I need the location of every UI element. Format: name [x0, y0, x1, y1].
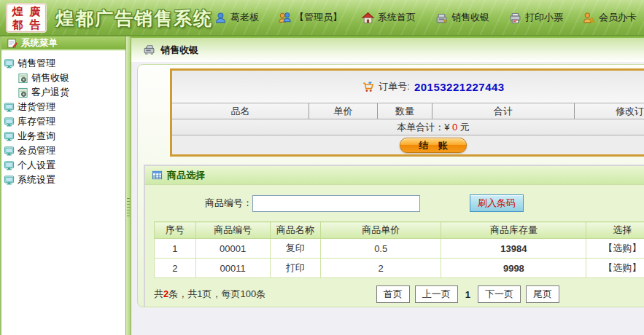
main-content: 销售收银 订单号: 20153221227443: [131, 36, 644, 335]
sidebar-item-sales-management[interactable]: 销售管理: [1, 56, 125, 71]
product-select-body: 商品编号： 刷入条码 序号 商品编号 商品名称 商品单价 商品库存量: [145, 185, 644, 307]
sidebar-item-customer-returns[interactable]: 客户退货: [1, 85, 125, 100]
sidebar-item-sales-cashier[interactable]: 销售收银: [1, 71, 125, 85]
product-select-window: 商品选择 商品编号： 刷入条码 序号 商品编号 商品名称: [144, 165, 644, 307]
product-select-header: 商品选择: [145, 166, 644, 185]
cashier-panel: 订单号: 20153221227443 品名 单价 数量 合计 修改订单 本单合…: [137, 64, 644, 307]
col-select: 选择: [586, 222, 644, 239]
product-table: 序号 商品编号 商品名称 商品单价 商品库存量 选择 1 00001 复印: [154, 221, 644, 278]
app-title: 煌都广告销售系统: [55, 7, 213, 31]
pagination: 共2条，共1页，每页100条 首页 上一页 1 下一页 尾页: [154, 285, 559, 303]
admin-users-icon: [279, 12, 291, 24]
order-number-value: 20153221227443: [414, 81, 505, 93]
sidebar-item-label: 客户退货: [31, 86, 69, 99]
seal-char: 都: [12, 18, 23, 31]
order-total-unit: 元: [460, 122, 470, 133]
cell-name: 复印: [270, 239, 320, 259]
nav-label: 打印小票: [525, 11, 563, 24]
first-page-button[interactable]: 首页: [376, 285, 410, 303]
nav-label: 葛老板: [230, 11, 259, 24]
select-product-link[interactable]: 【选购】: [586, 239, 644, 259]
nav-system-home[interactable]: 系统首页: [362, 11, 416, 24]
seal-char: 煌: [12, 5, 23, 17]
monitor-icon: [4, 160, 15, 171]
summary-suffix: 条，共1页，每页100条: [168, 288, 265, 299]
order-column-qty: 数量: [378, 103, 432, 119]
page-title-bar: 销售收银: [131, 36, 644, 62]
order-column-name: 品名: [172, 103, 309, 119]
order-total-value: 0: [452, 122, 457, 133]
cart-icon: [362, 81, 374, 93]
sidebar-item-business-query[interactable]: 业务查询: [1, 129, 125, 143]
nav-label: 销售收银: [451, 11, 489, 24]
top-nav: 葛老板 【管理员】 系统首页: [214, 0, 637, 35]
col-name: 商品名称: [270, 222, 320, 239]
sidebar-item-purchase-management[interactable]: 进货管理: [1, 100, 125, 114]
product-code-label: 商品编号：: [205, 197, 252, 210]
cell-name: 打印: [270, 259, 320, 278]
cell-price: 0.5: [320, 239, 441, 259]
sidebar-item-inventory-management[interactable]: 库存管理: [1, 114, 125, 129]
body-layout: 系统菜单 销售管理 销售收银: [0, 36, 644, 335]
cell-stock: 9998: [441, 259, 586, 278]
sidebar: 系统菜单 销售管理 销售收银: [0, 36, 125, 335]
monitor-icon: [4, 146, 15, 157]
nav-print-receipt[interactable]: 打印小票: [509, 11, 563, 24]
cell-seq: 1: [155, 239, 196, 259]
sidebar-item-personal-settings[interactable]: 个人设置: [1, 158, 125, 173]
cell-code: 00001: [195, 239, 270, 259]
company-seal-logo: 煌 廣 都 告: [6, 3, 47, 33]
product-code-input[interactable]: [252, 195, 420, 212]
sidebar-item-label: 个人设置: [18, 159, 55, 172]
current-page-number: 1: [465, 289, 470, 300]
scan-barcode-button[interactable]: 刷入条码: [470, 194, 524, 212]
order-number-label: 订单号:: [379, 80, 410, 93]
nav-current-user[interactable]: 葛老板: [214, 11, 259, 24]
nav-label: 会员办卡: [599, 11, 637, 24]
prev-page-button[interactable]: 上一页: [415, 285, 458, 303]
last-page-button[interactable]: 尾页: [526, 285, 559, 303]
sidebar-title: 系统菜单: [21, 37, 58, 50]
sidebar-item-label: 库存管理: [18, 115, 55, 128]
table-grid-icon: [152, 170, 163, 181]
order-column-subtotal: 合计: [432, 103, 575, 119]
cell-price: 2: [320, 259, 441, 278]
sidebar-item-label: 会员管理: [18, 144, 55, 157]
nav-sales-cashier[interactable]: 销售收银: [435, 11, 489, 24]
product-search-row: 商品编号： 刷入条码: [154, 194, 644, 213]
printer-icon: [509, 12, 521, 24]
page-title: 销售收银: [160, 44, 198, 57]
next-page-button[interactable]: 下一页: [478, 285, 521, 303]
checkout-button[interactable]: 结 账: [400, 138, 467, 153]
cell-seq: 2: [155, 259, 196, 278]
sidebar-splitter[interactable]: [125, 36, 131, 335]
order-panel: 订单号: 20153221227443 品名 单价 数量 合计 修改订单 本单合…: [170, 68, 644, 157]
col-code: 商品编号: [195, 222, 270, 239]
sidebar-item-system-settings[interactable]: 系统设置: [1, 173, 125, 187]
nav-role-admin[interactable]: 【管理员】: [279, 11, 342, 24]
sidebar-header: 系统菜单: [1, 36, 125, 51]
cell-stock: 13984: [441, 239, 586, 259]
user-icon: [214, 12, 227, 24]
splitter-grip-icon[interactable]: [127, 198, 130, 218]
monitor-icon: [4, 117, 15, 127]
menu-notes-icon: [7, 38, 18, 49]
seal-char: 廣: [30, 5, 41, 17]
select-product-link[interactable]: 【选购】: [586, 259, 644, 278]
summary-prefix: 共: [154, 288, 163, 299]
cell-code: 00011: [195, 259, 270, 278]
seal-char: 告: [30, 18, 41, 31]
home-icon: [362, 12, 374, 24]
col-price: 商品单价: [320, 222, 441, 239]
nav-member-card[interactable]: 会员办卡: [583, 11, 637, 24]
member-card-icon: [583, 12, 595, 24]
sidebar-menu: 销售管理 销售收银 客户退货: [1, 51, 125, 187]
sidebar-item-member-management[interactable]: 会员管理: [1, 143, 125, 158]
page-gear-icon: [18, 87, 28, 98]
order-table-header: 品名 单价 数量 合计 修改订单: [172, 103, 644, 119]
cashier-title-icon: [143, 44, 155, 56]
monitor-icon: [4, 131, 15, 142]
order-column-price: 单价: [309, 103, 378, 119]
order-button-row: 结 账: [172, 135, 644, 154]
pagination-summary: 共2条，共1页，每页100条: [154, 288, 265, 301]
